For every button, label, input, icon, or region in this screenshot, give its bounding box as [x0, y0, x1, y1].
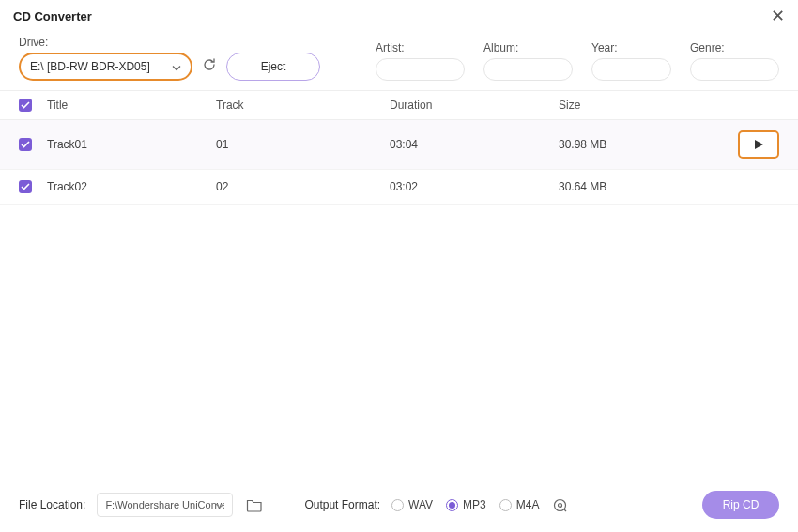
footer: File Location: F:\Wondershare UniConvert… — [0, 479, 798, 532]
file-location-select[interactable]: F:\Wondershare UniConverter — [97, 493, 233, 517]
album-label: Album: — [483, 41, 573, 54]
table-row[interactable]: Track020203:0230.64 MB — [0, 170, 798, 205]
album-input[interactable] — [483, 58, 573, 81]
header-title: Title — [47, 99, 216, 112]
format-radios: WAVMP3M4A — [391, 498, 539, 511]
output-format-group: Output Format: WAVMP3M4A — [304, 495, 569, 514]
row-title: Track02 — [47, 180, 216, 193]
header-checkbox-col — [19, 99, 47, 112]
rip-cd-button[interactable]: Rip CD — [702, 491, 779, 519]
file-location-text: F:\Wondershare UniConverter — [105, 499, 224, 510]
file-location-label: File Location: — [19, 498, 85, 511]
chevron-down-icon — [172, 60, 181, 74]
table-header: Title Track Duration Size — [0, 90, 798, 120]
format-radio-m4a[interactable]: M4A — [499, 498, 540, 511]
artist-group: Artist: — [376, 41, 465, 81]
refresh-icon[interactable] — [200, 55, 219, 74]
genre-label: Genre: — [690, 41, 779, 54]
table-row[interactable]: Track010103:0430.98 MB — [0, 120, 798, 170]
album-group: Album: — [483, 41, 573, 81]
row-size: 30.64 MB — [559, 180, 728, 193]
radio-circle-icon — [499, 499, 512, 511]
radio-circle-icon — [391, 499, 404, 511]
row-title: Track01 — [47, 138, 216, 151]
select-all-checkbox[interactable] — [19, 99, 32, 112]
radio-label: WAV — [408, 498, 433, 511]
row-size: 30.98 MB — [559, 138, 728, 151]
genre-group: Genre: — [690, 41, 779, 81]
row-checkbox[interactable] — [19, 138, 32, 151]
drive-label: Drive: — [19, 36, 320, 49]
year-label: Year: — [591, 41, 671, 54]
row-checkbox[interactable] — [19, 180, 32, 193]
metadata-fields: Artist: Album: Year: Genre: — [376, 41, 779, 81]
svg-point-1 — [558, 503, 561, 507]
top-controls: Drive: E:\ [BD-RW BDR-XD05] Eject Artist… — [0, 32, 798, 90]
output-format-label: Output Format: — [304, 498, 380, 511]
close-icon[interactable]: ✕ — [768, 6, 787, 26]
svg-point-0 — [554, 499, 565, 510]
row-duration: 03:04 — [390, 138, 559, 151]
row-track: 02 — [216, 180, 390, 193]
drive-group: Drive: E:\ [BD-RW BDR-XD05] Eject — [19, 36, 320, 81]
format-settings-icon[interactable] — [550, 495, 569, 514]
year-group: Year: — [591, 41, 671, 81]
eject-button[interactable]: Eject — [226, 53, 320, 81]
format-radio-wav[interactable]: WAV — [391, 498, 433, 511]
artist-label: Artist: — [376, 41, 465, 54]
row-duration: 03:02 — [390, 180, 559, 193]
track-list: Track010103:0430.98 MBTrack020203:0230.6… — [0, 120, 798, 205]
artist-input[interactable] — [376, 58, 465, 81]
play-button[interactable] — [738, 130, 779, 159]
header-duration: Duration — [390, 99, 559, 112]
drive-select[interactable]: E:\ [BD-RW BDR-XD05] — [19, 53, 192, 81]
format-radio-mp3[interactable]: MP3 — [446, 498, 486, 511]
radio-label: MP3 — [463, 498, 486, 511]
drive-selected-text: E:\ [BD-RW BDR-XD05] — [30, 60, 150, 73]
chevron-down-icon — [215, 499, 224, 510]
row-track: 01 — [216, 138, 390, 151]
header-size: Size — [559, 99, 779, 112]
year-input[interactable] — [591, 58, 671, 81]
titlebar: CD Converter ✕ — [0, 0, 798, 32]
window-title: CD Converter — [13, 9, 92, 23]
radio-circle-icon — [446, 499, 458, 511]
header-track: Track — [216, 99, 390, 112]
genre-input[interactable] — [690, 58, 779, 81]
radio-label: M4A — [516, 498, 540, 511]
open-folder-icon[interactable] — [244, 495, 265, 514]
